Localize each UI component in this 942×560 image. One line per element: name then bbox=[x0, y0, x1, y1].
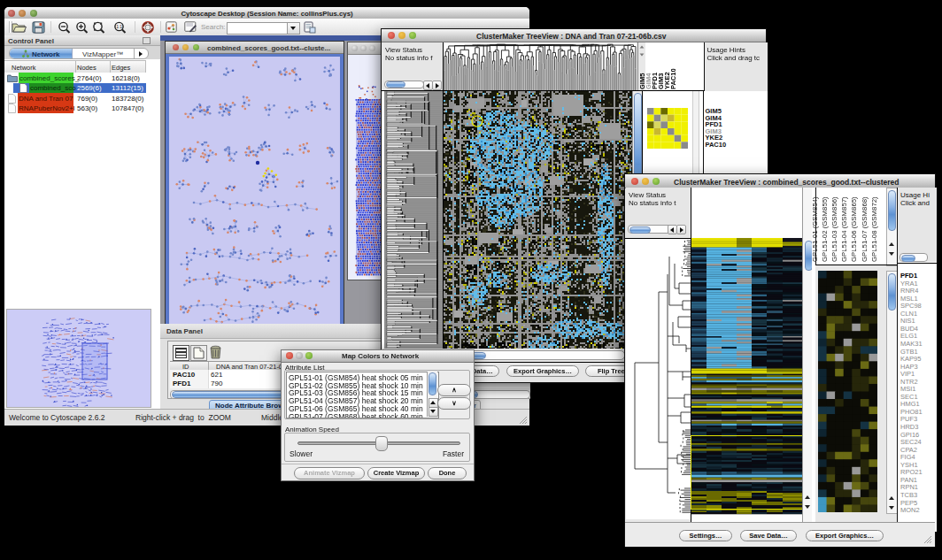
svg-text:1:1: 1:1 bbox=[116, 24, 122, 29]
